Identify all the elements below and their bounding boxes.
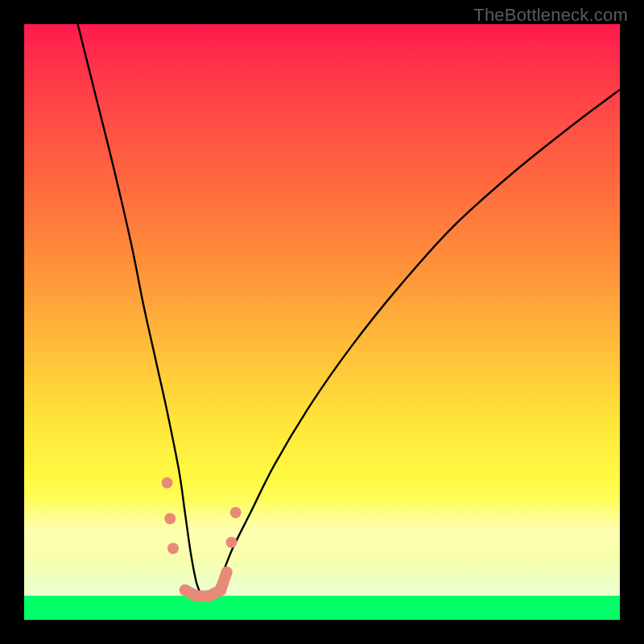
marker-dot [215, 584, 226, 596]
marker-dot [162, 477, 173, 489]
marker-dot [180, 584, 191, 596]
marker-dot [226, 537, 237, 548]
chart-svg [24, 24, 620, 620]
marker-dot [192, 590, 203, 601]
marker-dot [167, 543, 179, 554]
bottleneck-curve [78, 24, 620, 597]
watermark-label: TheBottleneck.com [473, 5, 628, 26]
curve-markers [162, 477, 242, 602]
marker-dot [164, 513, 175, 524]
marker-dot [230, 507, 242, 518]
marker-dot [221, 567, 233, 578]
marker-dot [203, 590, 214, 601]
